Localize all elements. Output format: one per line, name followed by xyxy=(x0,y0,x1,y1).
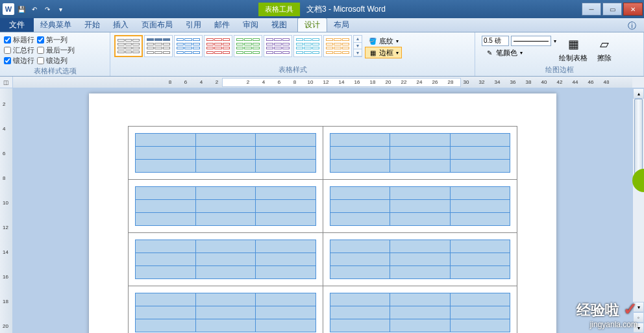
tab-references[interactable]: 引用 xyxy=(179,18,208,32)
outer-cell[interactable] xyxy=(323,286,517,334)
inner-cell[interactable] xyxy=(390,147,451,160)
cb-total-row[interactable]: 汇总行 xyxy=(4,45,34,55)
inner-cell[interactable] xyxy=(450,200,510,213)
inner-cell[interactable] xyxy=(256,134,316,147)
inner-cell[interactable] xyxy=(390,160,451,173)
inner-cell[interactable] xyxy=(330,200,390,213)
pen-color-button[interactable]: ✎笔颜色▾ xyxy=(482,47,556,58)
inner-table[interactable] xyxy=(330,240,511,279)
inner-cell[interactable] xyxy=(195,253,256,266)
inner-cell[interactable] xyxy=(256,293,316,306)
inner-table[interactable] xyxy=(135,240,316,279)
inner-cell[interactable] xyxy=(330,147,390,160)
tab-view[interactable]: 视图 xyxy=(265,18,293,32)
scroll-thumb[interactable] xyxy=(634,99,643,177)
inner-cell[interactable] xyxy=(330,134,390,147)
inner-cell[interactable] xyxy=(390,306,451,319)
inner-cell[interactable] xyxy=(136,306,196,319)
tab-home[interactable]: 开始 xyxy=(78,18,106,32)
gallery-more-button[interactable]: ▴▾▾ xyxy=(353,35,362,57)
inner-cell[interactable] xyxy=(330,213,390,226)
eraser-button[interactable]: ▱擦除 xyxy=(590,34,619,63)
inner-cell[interactable] xyxy=(390,213,451,226)
inner-cell[interactable] xyxy=(450,240,510,253)
inner-cell[interactable] xyxy=(330,266,390,279)
inner-cell[interactable] xyxy=(256,200,316,213)
outer-cell[interactable] xyxy=(323,233,517,286)
inner-table[interactable] xyxy=(330,293,511,332)
minimize-button[interactable]: ─ xyxy=(582,3,601,16)
inner-cell[interactable] xyxy=(330,253,390,266)
word-icon[interactable]: W xyxy=(3,3,14,15)
inner-cell[interactable] xyxy=(136,266,196,279)
inner-cell[interactable] xyxy=(195,134,256,147)
tab-mailings[interactable]: 邮件 xyxy=(208,18,236,32)
inner-cell[interactable] xyxy=(195,187,256,200)
inner-cell[interactable] xyxy=(450,319,510,332)
style-thumb-4[interactable] xyxy=(204,35,232,57)
cb-banded-rows[interactable]: 镶边行 xyxy=(4,56,34,66)
inner-cell[interactable] xyxy=(136,147,196,160)
tab-design[interactable]: 设计 xyxy=(297,18,327,32)
inner-cell[interactable] xyxy=(330,160,390,173)
inner-cell[interactable] xyxy=(136,253,196,266)
inner-cell[interactable] xyxy=(256,253,316,266)
inner-cell[interactable] xyxy=(256,213,316,226)
style-thumb-7[interactable] xyxy=(293,35,322,57)
inner-cell[interactable] xyxy=(195,293,256,306)
cb-banded-cols[interactable]: 镶边列 xyxy=(37,56,75,66)
inner-cell[interactable] xyxy=(195,306,256,319)
cb-last-col[interactable]: 最后一列 xyxy=(37,45,75,55)
tab-page-layout[interactable]: 页面布局 xyxy=(135,18,179,32)
inner-cell[interactable] xyxy=(330,319,390,332)
inner-cell[interactable] xyxy=(330,293,390,306)
qat-dropdown-icon[interactable]: ▾ xyxy=(55,3,66,15)
inner-table[interactable] xyxy=(330,133,511,173)
inner-cell[interactable] xyxy=(136,200,196,213)
inner-cell[interactable] xyxy=(450,160,510,173)
outer-cell[interactable] xyxy=(129,180,323,233)
inner-cell[interactable] xyxy=(195,200,256,213)
style-thumb-6[interactable] xyxy=(264,35,292,57)
outer-cell[interactable] xyxy=(129,286,323,334)
inner-cell[interactable] xyxy=(450,213,510,226)
inner-table[interactable] xyxy=(330,186,511,226)
inner-cell[interactable] xyxy=(195,160,256,173)
cb-first-col[interactable]: 第一列 xyxy=(37,35,75,45)
tab-insert[interactable]: 插入 xyxy=(106,18,135,32)
tab-layout[interactable]: 布局 xyxy=(327,18,356,32)
inner-cell[interactable] xyxy=(136,160,196,173)
pen-weight-input[interactable] xyxy=(482,36,509,46)
style-thumb-1[interactable] xyxy=(114,35,143,57)
inner-cell[interactable] xyxy=(256,187,316,200)
inner-cell[interactable] xyxy=(136,213,196,226)
inner-cell[interactable] xyxy=(450,187,510,200)
save-icon[interactable]: 💾 xyxy=(16,3,27,15)
outer-table[interactable] xyxy=(128,126,517,333)
inner-cell[interactable] xyxy=(256,160,316,173)
inner-cell[interactable] xyxy=(450,266,510,279)
inner-table[interactable] xyxy=(135,293,316,332)
undo-icon[interactable]: ↶ xyxy=(29,3,40,15)
inner-cell[interactable] xyxy=(390,187,451,200)
inner-cell[interactable] xyxy=(256,306,316,319)
outer-cell[interactable] xyxy=(129,233,323,286)
inner-cell[interactable] xyxy=(195,266,256,279)
inner-cell[interactable] xyxy=(195,147,256,160)
inner-cell[interactable] xyxy=(390,293,451,306)
inner-cell[interactable] xyxy=(256,266,316,279)
inner-cell[interactable] xyxy=(450,253,510,266)
inner-table[interactable] xyxy=(135,186,316,226)
style-thumb-2[interactable] xyxy=(144,35,173,57)
inner-cell[interactable] xyxy=(256,240,316,253)
outer-cell[interactable] xyxy=(323,180,517,233)
redo-icon[interactable]: ↷ xyxy=(42,3,53,15)
inner-cell[interactable] xyxy=(450,134,510,147)
inner-cell[interactable] xyxy=(136,187,196,200)
inner-cell[interactable] xyxy=(256,147,316,160)
ruler-corner[interactable]: ◫ xyxy=(0,77,13,88)
cb-header-row[interactable]: 标题行 xyxy=(4,35,34,45)
style-thumb-3[interactable] xyxy=(174,35,203,57)
borders-button[interactable]: ▦边框▾ xyxy=(365,47,402,58)
inner-cell[interactable] xyxy=(390,240,451,253)
